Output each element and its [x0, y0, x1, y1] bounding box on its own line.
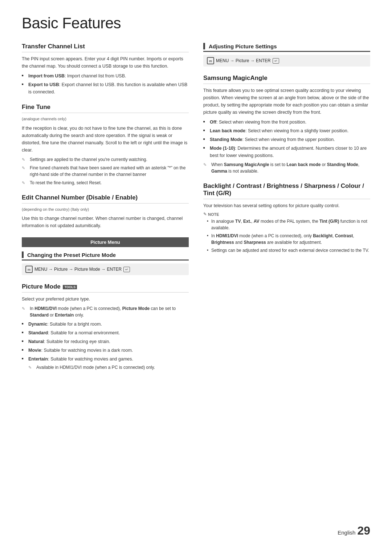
backlight-intro: Your television has several setting opti… — [203, 202, 370, 209]
adjusting-picture-path-text: MENU → Picture → ENTER — [216, 58, 271, 63]
edit-channel-intro: Use this to change channel number. When … — [22, 215, 189, 229]
list-item: Standard: Suitable for a normal environm… — [22, 329, 189, 337]
section-adjusting-picture: Adjusting Picture Settings m MENU → Pict… — [203, 43, 370, 67]
list-item: Entertain: Suitable for watching movies … — [22, 355, 189, 371]
dynamic-label: Dynamic — [28, 322, 47, 327]
edit-channel-subtitle: (depending on the country) (Italy only) — [22, 206, 189, 213]
import-usb-text: : Import channel list from USB. — [65, 73, 126, 78]
list-item: Dynamic: Suitable for a bright room. — [22, 321, 189, 328]
standing-mode-label: Standing Mode — [210, 137, 242, 142]
list-item: In HDMI1/DVI mode (when a PC is connecte… — [207, 233, 370, 246]
lean-back-label: Lean back mode — [210, 128, 245, 133]
left-column: Transfer Channel List The PIN input scre… — [22, 43, 189, 379]
bar-accent-icon — [22, 251, 24, 258]
picture-mode-intro: Select your preferred picture type. — [22, 295, 189, 303]
list-item: Settings can be adjusted and stored for … — [207, 247, 370, 254]
list-item: To reset the fine-tuning, select Reset. — [22, 180, 189, 186]
adjusting-picture-title: Adjusting Picture Settings — [203, 43, 370, 52]
standard-label: Standard — [28, 330, 48, 335]
right-column: Adjusting Picture Settings m MENU → Pict… — [203, 43, 370, 379]
list-item: Off: Select when viewing from the front … — [203, 118, 370, 126]
transfer-channel-list-title: Transfer Channel List — [22, 43, 189, 52]
samsung-magic-angle-note: When Samsung MagicAngle is set to Lean b… — [203, 161, 370, 174]
section-fine-tune: Fine Tune (analogue channels only) If th… — [22, 104, 189, 186]
transfer-channel-intro: The PIN input screen appears. Enter your… — [22, 55, 189, 70]
picture-menu-box: Picture Menu — [22, 237, 189, 247]
natural-label: Natural — [28, 339, 44, 344]
section-edit-channel: Edit Channel Number (Disable / Enable) (… — [22, 194, 189, 230]
section-transfer-channel-list: Transfer Channel List The PIN input scre… — [22, 43, 189, 96]
export-usb-label: Export to USB — [28, 82, 59, 87]
fine-tune-subtitle: (analogue channels only) — [22, 116, 189, 122]
list-item: Settings are applied to the channel you'… — [22, 156, 189, 163]
list-item: When Samsung MagicAngle is set to Lean b… — [203, 161, 370, 174]
list-item: In analogue TV, Ext., AV modes of the PA… — [207, 218, 370, 231]
section-samsung-magic-angle: Samsung MagicAngle This feature allows y… — [203, 74, 370, 174]
list-item: Export to USB: Export channel list to US… — [22, 81, 189, 96]
list-item: Fine tuned channels that have been saved… — [22, 165, 189, 178]
section-changing-preset: Changing the Preset Picture Mode m MENU … — [22, 251, 189, 275]
list-item: Movie: Suitable for watching movies in a… — [22, 347, 189, 354]
samsung-magic-angle-title: Samsung MagicAngle — [203, 74, 370, 84]
picture-mode-bullets: Dynamic: Suitable for a bright room. Sta… — [22, 321, 189, 371]
list-item: Mode (1-10): Determines the amount of ad… — [203, 145, 370, 159]
transfer-channel-bullets: Import from USB: Import channel list fro… — [22, 72, 189, 96]
fine-tune-notes: Settings are applied to the channel you'… — [22, 156, 189, 186]
edit-channel-title: Edit Channel Number (Disable / Enable) — [22, 194, 189, 204]
changing-preset-title: Changing the Preset Picture Mode — [22, 251, 189, 261]
backlight-title: Backlight / Contrast / Brightness / Shar… — [203, 182, 370, 199]
entertain-label: Entertain — [28, 356, 48, 362]
picture-mode-title: Picture Mode TOOLS — [22, 283, 189, 293]
changing-preset-path-text: MENU → Picture → Picture Mode → ENTER — [34, 267, 122, 272]
samsung-magic-angle-bullets: Off: Select when viewing from the front … — [203, 118, 370, 159]
samsung-magic-angle-intro: This feature allows you to see optimal s… — [203, 87, 370, 116]
list-item: Standing Mode: Select when viewing from … — [203, 136, 370, 143]
adjusting-picture-menu-path: m MENU → Picture → ENTER ↵ — [203, 55, 370, 67]
page-title: Basic Features — [22, 15, 370, 32]
tools-badge: TOOLS — [63, 285, 77, 289]
footer: English 29 — [338, 524, 370, 537]
list-item: Import from USB: Import channel list fro… — [22, 72, 189, 80]
section-backlight: Backlight / Contrast / Brightness / Shar… — [203, 182, 370, 254]
import-usb-label: Import from USB — [28, 73, 65, 78]
movie-label: Movie — [28, 348, 41, 353]
off-label: Off — [210, 120, 216, 125]
note-label: NOTE — [203, 212, 370, 217]
list-item: Natural: Suitable for reducing eye strai… — [22, 338, 189, 345]
section-picture-mode: Picture Mode TOOLS Select your preferred… — [22, 283, 189, 371]
entertain-note: Available in HDMI1/DVI mode (when a PC i… — [28, 364, 189, 371]
list-item: In HDMI1/DVI mode (when a PC is connecte… — [22, 305, 189, 318]
enter-icon: ↵ — [123, 267, 130, 272]
menu-icon: m — [25, 266, 33, 273]
footer-language: English — [338, 529, 355, 536]
enter-icon: ↵ — [273, 58, 279, 64]
list-item: Lean back mode: Select when viewing from… — [203, 127, 370, 134]
list-item: Available in HDMI1/DVI mode (when a PC i… — [28, 364, 189, 371]
backlight-notes: In analogue TV, Ext., AV modes of the PA… — [207, 218, 370, 254]
footer-page-number: 29 — [357, 524, 370, 537]
changing-preset-menu-path: m MENU → Picture → Picture Mode → ENTER … — [22, 263, 189, 275]
mode-label: Mode (1-10) — [210, 146, 235, 151]
adjusting-picture-label: Adjusting Picture Settings — [209, 43, 277, 49]
bar-accent-icon — [203, 43, 205, 49]
picture-mode-hdmi-note: In HDMI1/DVI mode (when a PC is connecte… — [22, 305, 189, 318]
fine-tune-title: Fine Tune — [22, 104, 189, 113]
changing-preset-label: Changing the Preset Picture Mode — [27, 252, 116, 258]
menu-icon: m — [207, 57, 214, 64]
fine-tune-intro: If the reception is clear, you do not ha… — [22, 125, 189, 154]
